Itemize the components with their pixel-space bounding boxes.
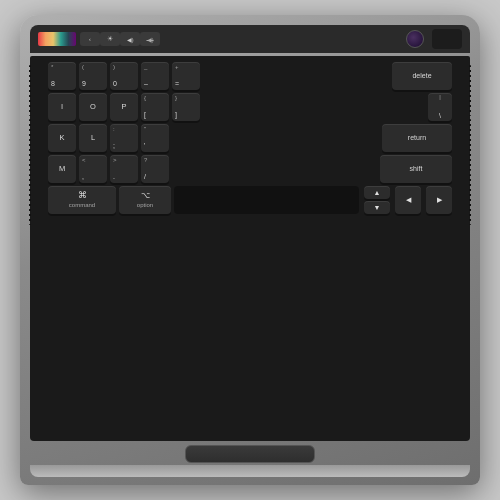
key-0[interactable]: )0 — [110, 62, 138, 90]
arrow-cluster: ▲ ▼ — [364, 186, 390, 214]
touchbar-volume-btn[interactable]: ◀) — [120, 32, 140, 46]
key-command[interactable]: ⌘ command — [48, 186, 116, 214]
key-quote[interactable]: "' — [141, 124, 169, 152]
key-arrow-right[interactable]: ▶ — [426, 186, 452, 214]
key-m[interactable]: M — [48, 155, 76, 183]
touchbar-brightness-btn[interactable]: ☀ — [100, 32, 120, 46]
key-minus[interactable]: _– — [141, 62, 169, 90]
keyboard-area: *8 (9 )0 _– += delete I — [30, 56, 470, 441]
laptop-body: ‹ ☀ ◀) ◀) *8 (9 )0 _– += — [20, 15, 480, 485]
key-p[interactable]: P — [110, 93, 138, 121]
keyboard-row-kl: K L :; "' return — [48, 124, 452, 152]
key-period[interactable]: >. — [110, 155, 138, 183]
keyboard-row-numbers: *8 (9 )0 _– += delete — [48, 62, 452, 90]
trackpad[interactable] — [185, 445, 315, 463]
key-i[interactable]: I — [48, 93, 76, 121]
keyboard-row-m: M <, >. ?/ shift — [48, 155, 452, 183]
bottom-chrome — [30, 445, 470, 463]
key-bracket-close[interactable]: }] — [172, 93, 200, 121]
key-equals[interactable]: += — [172, 62, 200, 90]
speaker-left — [24, 65, 36, 225]
laptop-bottom-edge — [30, 465, 470, 477]
key-bracket-open[interactable]: {[ — [141, 93, 169, 121]
speaker-right — [464, 65, 476, 225]
key-return[interactable]: return — [382, 124, 452, 152]
key-option[interactable]: ⌥ option — [119, 186, 171, 214]
key-l[interactable]: L — [79, 124, 107, 152]
key-arrow-left[interactable]: ◀ — [395, 186, 421, 214]
key-9[interactable]: (9 — [79, 62, 107, 90]
key-slash[interactable]: ?/ — [141, 155, 169, 183]
key-k[interactable]: K — [48, 124, 76, 152]
keyboard-row-iop: I O P {[ }] | \ — [48, 93, 452, 121]
key-comma[interactable]: <, — [79, 155, 107, 183]
key-shift-right[interactable]: shift — [380, 155, 452, 183]
keyboard-row-bottom: ⌘ command ⌥ option ▲ ▼ — [48, 186, 452, 214]
key-delete[interactable]: delete — [392, 62, 452, 90]
key-semicolon[interactable]: :; — [110, 124, 138, 152]
touchbar-colorbar — [38, 32, 76, 46]
key-pipe[interactable]: | \ — [428, 93, 452, 121]
keyboard-spacer — [174, 186, 359, 214]
touch-bar: ‹ ☀ ◀) ◀) — [30, 25, 470, 53]
touchbar-mute-btn[interactable]: ◀) — [140, 32, 160, 46]
touchbar-back-btn[interactable]: ‹ — [80, 32, 100, 46]
key-8[interactable]: *8 — [48, 62, 76, 90]
power-button[interactable] — [432, 29, 462, 49]
key-arrow-up[interactable]: ▲ — [364, 186, 390, 199]
key-o[interactable]: O — [79, 93, 107, 121]
touchbar-siri-btn[interactable] — [406, 30, 424, 48]
key-arrow-down[interactable]: ▼ — [364, 201, 390, 214]
